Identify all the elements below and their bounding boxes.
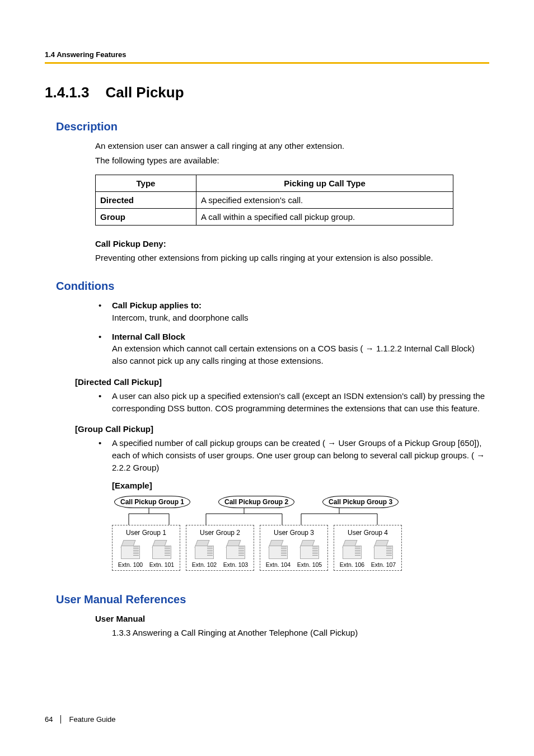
user-group: User Group 2 Extn. 102 Extn. 103 xyxy=(186,525,254,571)
cond-text: Intercom, trunk, and doorphone calls xyxy=(112,313,248,322)
deny-title: Call Pickup Deny: xyxy=(95,238,489,250)
pickup-group-label: Call Pickup Group 1 xyxy=(114,496,190,508)
user-group-title: User Group 4 xyxy=(336,529,399,537)
cond-text: An extension which cannot call certain e… xyxy=(112,344,475,365)
user-group: User Group 4 Extn. 106 Extn. 107 xyxy=(334,525,402,571)
conditions-heading: Conditions xyxy=(56,280,489,293)
section-title: 1.4.1.3 Call Pickup xyxy=(45,84,489,101)
description-heading: Description xyxy=(56,120,489,133)
um-item: 1.3.3 Answering a Call Ringing at Anothe… xyxy=(112,627,489,639)
th-picking: Picking up Call Type xyxy=(196,175,453,191)
table-row: Group A call within a specified call pic… xyxy=(96,208,453,225)
list-item: Internal Call Block An extension which c… xyxy=(95,331,489,367)
page-header: 1.4 Answering Features xyxy=(45,50,489,64)
diagram: Call Pickup Group 1 Call Pickup Group 2 … xyxy=(112,496,414,571)
phone-icon xyxy=(121,540,140,559)
user-group-title: User Group 1 xyxy=(115,529,177,537)
th-type: Type xyxy=(96,175,196,191)
ext-label: Extn. 102 xyxy=(192,561,217,568)
cell-desc: A specified extension's call. xyxy=(196,191,453,208)
group-list: A specified number of call pickup groups… xyxy=(95,437,489,473)
example-label: [Example] xyxy=(112,481,489,490)
directed-list: A user can also pick up a specified exte… xyxy=(95,390,489,415)
user-group-title: User Group 3 xyxy=(263,529,325,537)
references-heading: User Manual References xyxy=(56,593,489,606)
page-footer: 64 Feature Guide xyxy=(45,715,116,724)
ext-label: Extn. 107 xyxy=(371,561,396,568)
ext-label: Extn. 106 xyxy=(340,561,364,568)
deny-block: Call Pickup Deny: Preventing other exten… xyxy=(95,238,489,265)
list-item: Call Pickup applies to: Intercom, trunk,… xyxy=(95,299,489,324)
cell-type: Directed xyxy=(96,191,196,208)
cell-type: Group xyxy=(96,208,196,225)
list-item: A specified number of call pickup groups… xyxy=(95,437,489,473)
ext-label: Extn. 100 xyxy=(118,561,143,568)
references-body: User Manual 1.3.3 Answering a Call Ringi… xyxy=(95,613,489,640)
phone-icon xyxy=(152,540,171,559)
um-title: User Manual xyxy=(95,613,489,625)
directed-text: A user can also pick up a specified exte… xyxy=(112,391,485,413)
user-group: User Group 3 Extn. 104 Extn. 105 xyxy=(260,525,328,571)
phone-icon xyxy=(195,540,214,559)
footer-label: Feature Guide xyxy=(69,715,115,724)
pickup-group-label: Call Pickup Group 3 xyxy=(322,496,399,508)
phone-icon xyxy=(226,540,245,559)
section-number: 1.4.1.3 xyxy=(45,84,90,101)
phone-icon xyxy=(374,540,393,559)
phone-icon xyxy=(300,540,319,559)
page-number: 64 xyxy=(45,715,61,724)
ext-label: Extn. 104 xyxy=(266,561,291,568)
conditions-list: Call Pickup applies to: Intercom, trunk,… xyxy=(95,299,489,367)
directed-heading: [Directed Call Pickup] xyxy=(75,377,489,387)
ext-label: Extn. 101 xyxy=(149,561,174,568)
phone-icon xyxy=(343,540,362,559)
cell-desc: A call within a specified call pickup gr… xyxy=(196,208,453,225)
description-body: An extension user can answer a call ring… xyxy=(95,140,489,167)
pickup-group-label: Call Pickup Group 2 xyxy=(218,496,294,508)
cond-title: Call Pickup applies to: xyxy=(112,300,202,310)
user-group: User Group 1 Extn. 100 Extn. 101 xyxy=(112,525,180,571)
ext-label: Extn. 103 xyxy=(223,561,248,568)
table-row: Directed A specified extension's call. xyxy=(96,191,453,208)
cond-title: Internal Call Block xyxy=(112,332,185,341)
deny-text: Preventing other extensions from picking… xyxy=(95,252,489,264)
list-item: A user can also pick up a specified exte… xyxy=(95,390,489,415)
ext-label: Extn. 105 xyxy=(297,561,322,568)
group-text: A specified number of call pickup groups… xyxy=(112,438,485,472)
section-name: Call Pickup xyxy=(105,84,184,101)
type-table: Type Picking up Call Type Directed A spe… xyxy=(95,175,453,226)
phone-icon xyxy=(269,540,288,559)
desc-line1: An extension user can answer a call ring… xyxy=(95,140,489,152)
user-group-title: User Group 2 xyxy=(189,529,251,537)
breadcrumb: 1.4 Answering Features xyxy=(45,50,126,59)
group-heading: [Group Call Pickup] xyxy=(75,424,489,434)
desc-line2: The following types are available: xyxy=(95,154,489,167)
